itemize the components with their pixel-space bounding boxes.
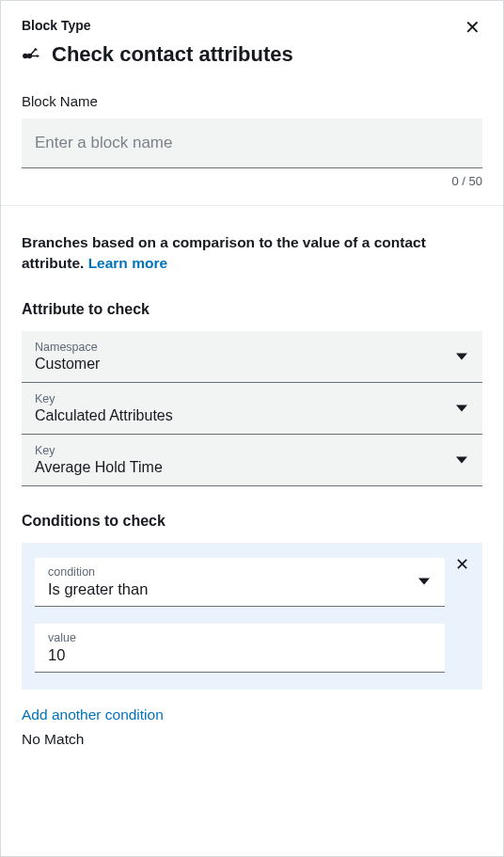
chevron-down-icon [456,353,467,359]
flow-branch-icon [22,45,42,64]
condition-fields: condition Is greater than value [35,558,445,673]
condition-operator-label: condition [48,565,432,579]
panel-root: Block Type ✕ Check contact attributes Bl… [1,1,503,856]
block-name-input[interactable] [22,119,482,168]
svg-point-0 [24,55,27,58]
char-counter: 0 / 50 [22,174,482,188]
block-type-label: Block Type [22,18,91,33]
chevron-down-icon [456,456,467,463]
condition-operator-select[interactable]: condition Is greater than [35,558,445,607]
description-text: Branches based on a comparison to the va… [22,232,482,275]
attribute-select-stack: Namespace Customer Key Calculated Attrib… [22,331,482,486]
condition-value-label: value [48,631,432,644]
remove-condition-button[interactable]: ✕ [455,556,469,573]
block-name-label: Block Name [22,93,482,109]
chevron-down-icon [418,579,430,585]
description-static: Branches based on a comparison to the va… [22,234,426,271]
close-icon: ✕ [455,555,469,574]
namespace-value: Customer [35,356,469,373]
panel-title: Check contact attributes [52,42,293,67]
condition-value-field[interactable]: value [35,624,445,673]
attribute-section-title: Attribute to check [22,301,482,318]
panel-header: Block Type ✕ Check contact attributes Bl… [1,1,503,206]
key2-value: Average Hold Time [35,459,469,476]
add-condition-link[interactable]: Add another condition [22,706,164,723]
title-row: Check contact attributes [22,42,482,67]
key1-select[interactable]: Key Calculated Attributes [22,383,482,435]
key2-select[interactable]: Key Average Hold Time [22,435,482,486]
svg-marker-3 [37,55,39,57]
namespace-label: Namespace [35,341,469,354]
key1-value: Calculated Attributes [35,407,469,424]
key2-label: Key [35,444,469,457]
condition-operator-value: Is greater than [48,580,432,598]
learn-more-link[interactable]: Learn more [88,255,167,271]
condition-value-input[interactable] [48,646,432,664]
no-match-label: No Match [22,731,482,748]
condition-card: ✕ condition Is greater than value [22,543,482,690]
namespace-select[interactable]: Namespace Customer [22,331,482,383]
key1-label: Key [35,392,469,405]
conditions-section-title: Conditions to check [22,513,482,530]
chevron-down-icon [456,405,467,411]
close-icon: ✕ [465,17,480,38]
panel-body: Branches based on a comparison to the va… [1,206,503,767]
header-top-row: Block Type ✕ [22,18,482,37]
close-button[interactable]: ✕ [463,18,482,37]
